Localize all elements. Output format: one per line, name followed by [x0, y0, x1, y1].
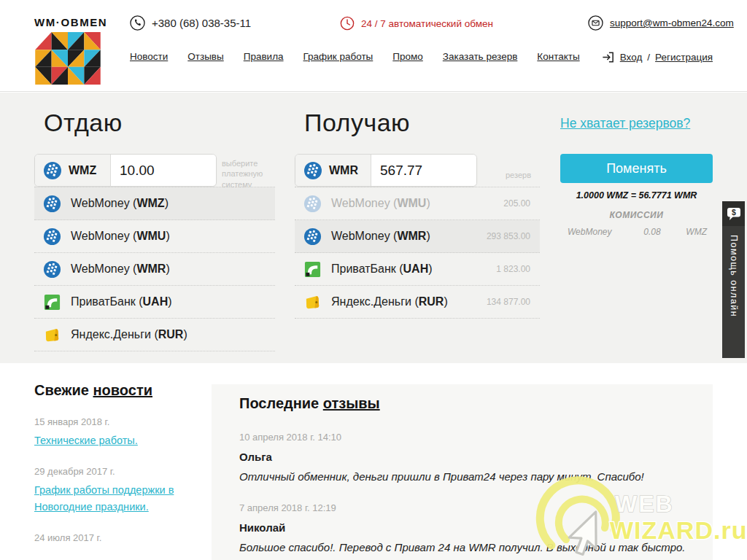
reviews-title: Последние отзывы — [239, 395, 691, 412]
payment-option-uah[interactable]: ПриватБанк (UAH) — [34, 286, 275, 319]
option-label: WebMoney (WMU) — [331, 197, 430, 210]
reviews-title-link[interactable]: отзывы — [323, 395, 380, 411]
chat-dollar-icon: $ — [722, 201, 745, 226]
receive-amount-input[interactable] — [371, 155, 476, 186]
review-text: Отличный обменник, деньги пришли в Прива… — [239, 470, 691, 483]
logo[interactable]: WM·OBMEN — [34, 16, 107, 85]
nav-link-news[interactable]: Новости — [130, 51, 168, 62]
payment-option-wmu[interactable]: WebMoney (WMU) — [34, 220, 275, 253]
email-link[interactable]: support@wm-obmen24.com — [610, 18, 734, 28]
exchange-button[interactable]: Поменять — [560, 154, 713, 183]
news-link[interactable]: Технические работы. — [34, 432, 138, 448]
review-author: Николай — [239, 521, 691, 534]
payment-option-wmr[interactable]: WebMoney (WMR) 293 853.00 — [295, 220, 540, 253]
nav-link-contacts[interactable]: Контакты — [537, 51, 579, 62]
receive-title: Получаю — [304, 109, 540, 137]
commission-row: WebMoney 0.08 WMZ — [560, 227, 713, 237]
auth-separator: / — [647, 52, 650, 63]
nav-link-promo[interactable]: Промо — [392, 51, 423, 62]
reserve-amount: 293 853.00 — [487, 231, 540, 241]
webmoney-icon — [303, 161, 322, 180]
news-item: 24 июля 2017 г. — [34, 532, 208, 543]
receive-panel: Получаю WMR резерв WebMoney (WMU) 205.00… — [295, 93, 540, 137]
option-label: WebMoney (WMR) — [71, 262, 170, 276]
commission-system: WebMoney — [560, 227, 630, 237]
online-help-tab[interactable]: $ Помощь онлайн — [722, 201, 745, 358]
low-reserves-link[interactable]: Не хватает резервов? — [560, 116, 690, 131]
bottom-section: Свежие новости 15 января 2018 г. Техниче… — [0, 363, 747, 560]
review-item: 7 апреля 2018 г. 12:19 Николай Большое с… — [239, 502, 691, 553]
register-link[interactable]: Регистрация — [655, 52, 713, 63]
yandex-money-icon — [43, 326, 61, 344]
commissions-title: КОМИССИИ — [560, 210, 713, 220]
nav-link-rules[interactable]: Правила — [244, 51, 284, 62]
give-currency-selector[interactable]: WMZ — [35, 155, 111, 186]
webmoney-icon — [43, 228, 61, 246]
option-label: ПриватБанк (UAH) — [71, 295, 172, 308]
commission-value: 0.08 — [630, 227, 675, 237]
phone-block: +380 (68) 038-35-11 — [130, 15, 251, 31]
webmoney-icon — [303, 195, 322, 213]
give-title: Отдаю — [44, 109, 275, 137]
give-options-list: WebMoney (WMZ) WebMoney (WMU) WebMoney (… — [34, 187, 275, 351]
logo-24-icon — [34, 32, 101, 85]
reserve-amount: 134 877.00 — [487, 297, 540, 307]
option-label: ПриватБанк (UAH) — [331, 262, 433, 276]
nav-link-order-reserve[interactable]: Заказать резерв — [443, 51, 518, 62]
news-title-link[interactable]: новости — [93, 382, 153, 398]
receive-currency-control: WMR — [295, 154, 477, 187]
receive-options-list: WebMoney (WMU) 205.00 WebMoney (WMR) 293… — [295, 187, 540, 319]
option-label: WebMoney (WMU) — [71, 230, 170, 243]
logo-wordmark: WM·OBMEN — [34, 16, 107, 28]
reserve-column-header: резерв — [506, 171, 531, 179]
webmoney-icon — [303, 228, 322, 246]
news-section: Свежие новости 15 января 2018 г. Техниче… — [34, 382, 208, 543]
reserve-amount: 205.00 — [503, 198, 540, 209]
news-date: 24 июля 2017 г. — [34, 532, 208, 543]
reviews-section: Последние отзывы 10 апреля 2018 г. 14:10… — [212, 384, 713, 560]
nav-link-reviews[interactable]: Отзывы — [187, 51, 223, 62]
give-panel: Отдаю WMZ выберите платежную систему Web… — [34, 93, 275, 137]
give-amount-input[interactable] — [111, 155, 216, 186]
review-author: Ольга — [239, 451, 691, 463]
review-text: Большое спасибо!. Перевод с Приват 24 на… — [239, 541, 691, 553]
news-item: 15 января 2018 г. Технические работы. — [34, 416, 208, 448]
news-item: 29 декабря 2017 г. График работы поддерж… — [34, 466, 208, 515]
svg-text:$: $ — [732, 208, 736, 217]
phone-number: +380 (68) 038-35-11 — [152, 17, 251, 29]
nav-link-schedule[interactable]: График работы — [303, 51, 374, 62]
exchange-section: Отдаю WMZ выберите платежную систему Web… — [0, 93, 747, 363]
mail-icon — [588, 15, 603, 31]
page: WM·OBMEN — [0, 0, 747, 560]
webmoney-icon — [43, 161, 62, 180]
email-block: support@wm-obmen24.com — [588, 15, 734, 31]
clock-icon — [340, 16, 355, 31]
help-tab-label: Помощь онлайн — [729, 235, 739, 317]
option-label: Яндекс.Деньги (RUR) — [71, 328, 187, 341]
review-date: 10 апреля 2018 г. 14:10 — [239, 432, 691, 443]
review-item: 10 апреля 2018 г. 14:10 Ольга Отличный о… — [239, 432, 691, 483]
webmoney-icon — [43, 260, 61, 279]
payment-option-rur[interactable]: Яндекс.Деньги (RUR) — [34, 319, 275, 351]
privatbank-icon — [43, 293, 61, 311]
option-label: WebMoney (WMR) — [331, 230, 430, 243]
yandex-money-icon — [303, 293, 322, 311]
payment-option-wmr[interactable]: WebMoney (WMR) — [34, 253, 275, 286]
review-date: 7 апреля 2018 г. 12:19 — [239, 502, 691, 513]
exchange-rate: 1.0000 WMZ = 56.7771 WMR — [560, 190, 713, 201]
give-currency-control: WMZ — [34, 154, 217, 187]
news-link[interactable]: График работы поддержки в Новогодние пра… — [34, 482, 208, 515]
badge-247: 24 / 7 автоматический обмен — [340, 16, 493, 31]
give-selected-code: WMZ — [69, 164, 96, 177]
receive-currency-selector[interactable]: WMR — [295, 155, 371, 186]
payment-option-uah[interactable]: ПриватБанк (UAH) 1 823.00 — [295, 253, 540, 286]
payment-option-rur[interactable]: Яндекс.Деньги (RUR) 134 877.00 — [295, 286, 540, 319]
login-icon — [601, 50, 615, 64]
reserve-amount: 1 823.00 — [496, 264, 540, 274]
auth-block: Вход / Регистрация — [601, 50, 713, 64]
payment-option-wmz[interactable]: WebMoney (WMZ) — [34, 187, 275, 220]
payment-option-wmu[interactable]: WebMoney (WMU) 205.00 — [295, 187, 540, 220]
option-label: Яндекс.Деньги (RUR) — [331, 295, 448, 308]
news-date: 29 декабря 2017 г. — [34, 466, 208, 477]
login-link[interactable]: Вход — [620, 52, 643, 63]
